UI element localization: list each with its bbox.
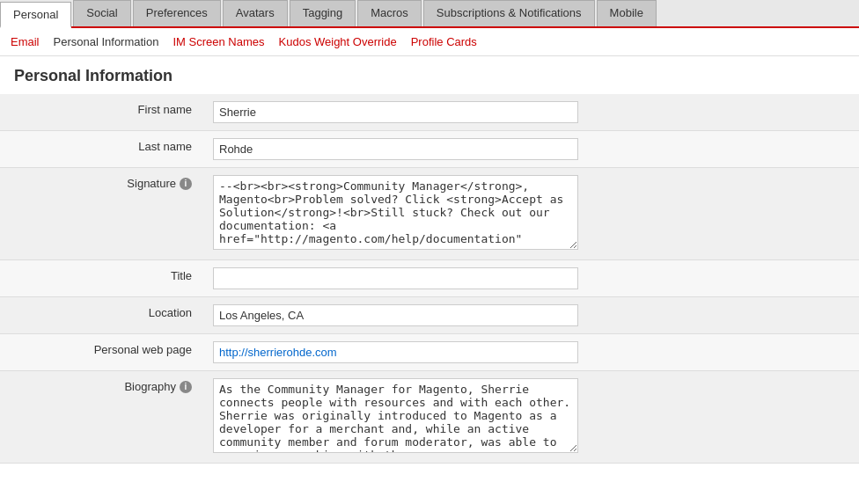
form-label-signature: Signaturei xyxy=(0,168,202,199)
form-label-location: Location xyxy=(0,297,202,328)
field-label-text: Personal web page xyxy=(94,343,192,356)
form-row-signature: Signaturei xyxy=(0,168,859,260)
form-container: First nameLast nameSignatureiTitleLocati… xyxy=(0,94,859,464)
tab-social[interactable]: Social xyxy=(73,0,130,26)
input-title[interactable] xyxy=(213,267,578,289)
field-label-text: Signature xyxy=(127,177,176,190)
input-last-name[interactable] xyxy=(213,138,578,160)
form-row-first-name: First name xyxy=(0,94,859,131)
form-label-last-name: Last name xyxy=(0,131,202,162)
field-label-text: Biography xyxy=(124,380,176,393)
tab-bar: PersonalSocialPreferencesAvatarsTaggingM… xyxy=(0,0,859,28)
form-field-personal-web-page xyxy=(202,334,859,370)
tab-avatars[interactable]: Avatars xyxy=(223,0,288,26)
form-label-personal-web-page: Personal web page xyxy=(0,334,202,365)
subnav-item-profile-cards[interactable]: Profile Cards xyxy=(411,35,477,48)
tab-personal[interactable]: Personal xyxy=(0,2,71,28)
form-label-first-name: First name xyxy=(0,94,202,125)
form-row-biography: Biographyi xyxy=(0,371,859,464)
form-field-first-name xyxy=(202,94,859,130)
form-label-title: Title xyxy=(0,260,202,291)
form-label-biography: Biographyi xyxy=(0,371,202,402)
tab-mobile[interactable]: Mobile xyxy=(597,0,657,26)
subnav-item-kudos-weight-override[interactable]: Kudos Weight Override xyxy=(279,35,397,48)
form-field-last-name xyxy=(202,131,859,167)
subnav-item-im-screen-names[interactable]: IM Screen Names xyxy=(173,35,264,48)
form-field-signature xyxy=(202,168,859,259)
input-personal-web-page[interactable] xyxy=(213,341,578,363)
textarea-signature[interactable] xyxy=(213,175,578,250)
form-row-title: Title xyxy=(0,260,859,297)
tab-subscriptions--notifications[interactable]: Subscriptions & Notifications xyxy=(423,0,595,26)
form-row-location: Location xyxy=(0,297,859,334)
sub-nav: EmailPersonal InformationIM Screen Names… xyxy=(0,28,859,56)
tab-preferences[interactable]: Preferences xyxy=(133,0,221,26)
form-row-personal-web-page: Personal web page xyxy=(0,334,859,371)
subnav-item-email[interactable]: Email xyxy=(11,35,40,48)
form-field-location xyxy=(202,297,859,333)
tab-tagging[interactable]: Tagging xyxy=(290,0,356,26)
input-first-name[interactable] xyxy=(213,101,578,123)
page-title: Personal Information xyxy=(0,56,859,94)
field-label-text: Location xyxy=(149,306,192,319)
tab-macros[interactable]: Macros xyxy=(357,0,422,26)
form-field-title xyxy=(202,260,859,296)
field-label-text: Last name xyxy=(138,140,192,153)
input-location[interactable] xyxy=(213,304,578,326)
form-row-last-name: Last name xyxy=(0,131,859,168)
subnav-item-personal-information[interactable]: Personal Information xyxy=(54,35,159,48)
info-icon[interactable]: i xyxy=(180,381,192,393)
field-label-text: Title xyxy=(171,269,192,282)
textarea-biography[interactable] xyxy=(213,378,578,453)
field-label-text: First name xyxy=(138,103,192,116)
form-field-biography xyxy=(202,371,859,463)
info-icon[interactable]: i xyxy=(180,178,192,190)
